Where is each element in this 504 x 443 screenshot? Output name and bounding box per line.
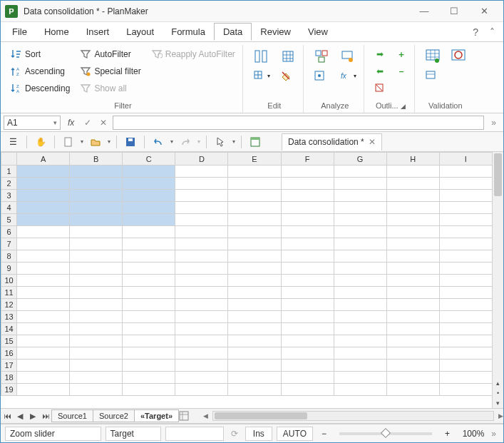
cell[interactable] [281, 202, 334, 214]
cell[interactable] [70, 190, 123, 202]
cell[interactable] [175, 263, 228, 275]
cell[interactable] [281, 384, 334, 396]
cell[interactable] [439, 190, 492, 202]
cell[interactable] [439, 347, 492, 360]
select-all-corner[interactable] [1, 153, 17, 166]
cell[interactable] [439, 323, 492, 335]
tab-next-button[interactable]: ▶ [26, 412, 39, 421]
pointer-tool-icon[interactable] [212, 134, 228, 150]
zoom-out-button[interactable]: − [317, 429, 331, 439]
cell[interactable] [439, 214, 492, 226]
row-header[interactable]: 1 [1, 166, 17, 178]
cell[interactable] [386, 202, 439, 214]
cell[interactable] [70, 226, 123, 238]
collapse-button[interactable]: － [393, 63, 410, 79]
name-box[interactable]: A1 ▾ [4, 116, 61, 130]
insert-mode[interactable]: Ins [245, 427, 272, 441]
cell[interactable] [228, 323, 281, 335]
expand-formula-bar-button[interactable]: » [487, 118, 500, 128]
cell[interactable] [228, 335, 281, 347]
cell[interactable] [175, 372, 228, 384]
scroll-up-icon[interactable]: ▴ [493, 378, 503, 388]
ribbon-collapse-button[interactable]: ˄ [484, 24, 500, 41]
cell[interactable] [281, 299, 334, 311]
cell[interactable] [123, 347, 175, 360]
cell[interactable] [334, 226, 386, 238]
cell[interactable] [334, 347, 386, 360]
cell[interactable] [386, 287, 439, 299]
cell[interactable] [17, 214, 70, 226]
sort-button[interactable]: Sort [8, 46, 73, 62]
menu-layout[interactable]: Layout [118, 24, 163, 40]
tab-prev-button[interactable]: ◀ [14, 412, 26, 421]
scroll-dot-icon[interactable]: • [493, 388, 503, 398]
column-header[interactable]: H [386, 153, 439, 166]
column-header[interactable]: D [175, 153, 228, 166]
expand-button[interactable]: ＋ [393, 46, 410, 62]
cell[interactable] [334, 372, 386, 384]
row-header[interactable]: 7 [1, 238, 17, 250]
sheet-icon[interactable] [247, 134, 263, 150]
zoom-expand-button[interactable]: » [488, 429, 499, 439]
dropdown-icon[interactable]: ▾ [53, 119, 57, 126]
cell[interactable] [228, 384, 281, 396]
cell[interactable] [334, 238, 386, 250]
cell[interactable] [17, 372, 70, 384]
cell[interactable] [281, 347, 334, 360]
ascending-button[interactable]: AZ Ascending [8, 63, 73, 79]
column-header[interactable]: B [70, 153, 123, 166]
cell[interactable] [123, 226, 175, 238]
cell[interactable] [175, 311, 228, 323]
cell[interactable] [228, 299, 281, 311]
cell[interactable] [123, 335, 175, 347]
undo-button[interactable] [150, 134, 166, 150]
cell[interactable] [334, 202, 386, 214]
cell[interactable] [175, 166, 228, 178]
cell[interactable] [175, 214, 228, 226]
text-to-columns-button[interactable] [250, 46, 273, 66]
close-button[interactable]: ✕ [469, 1, 499, 21]
tab-first-button[interactable]: ⏮ [1, 412, 14, 420]
cell[interactable] [123, 166, 175, 178]
cell[interactable] [281, 360, 334, 372]
cell[interactable] [439, 384, 492, 396]
cell[interactable] [70, 384, 123, 396]
row-header[interactable]: 11 [1, 287, 17, 299]
cell[interactable] [17, 190, 70, 202]
cell[interactable] [439, 335, 492, 347]
cell[interactable] [70, 202, 123, 214]
cell[interactable] [334, 299, 386, 311]
cell[interactable] [281, 311, 334, 323]
cell[interactable] [439, 202, 492, 214]
cell[interactable] [123, 178, 175, 190]
cell[interactable] [386, 323, 439, 335]
cell[interactable] [228, 166, 281, 178]
cell[interactable] [175, 250, 228, 263]
cell[interactable] [386, 178, 439, 190]
scenario-button[interactable] [336, 46, 359, 66]
cell[interactable] [386, 214, 439, 226]
cell[interactable] [17, 384, 70, 396]
cell[interactable] [17, 360, 70, 372]
column-header[interactable]: A [17, 153, 70, 166]
ungroup-button[interactable]: ⬅ [371, 63, 389, 79]
cell[interactable] [334, 263, 386, 275]
cell[interactable] [334, 275, 386, 287]
fx-label[interactable]: fx [63, 118, 78, 128]
cell[interactable] [70, 275, 123, 287]
vertical-scrollbar[interactable]: ▴ • ▾ [492, 152, 503, 408]
menu-icon[interactable]: ☰ [5, 134, 21, 150]
cell[interactable] [439, 166, 492, 178]
cell[interactable] [123, 372, 175, 384]
cell[interactable] [228, 372, 281, 384]
row-header[interactable]: 6 [1, 226, 17, 238]
cell[interactable] [228, 287, 281, 299]
goal-seek-button[interactable] [311, 68, 332, 83]
cell[interactable] [281, 226, 334, 238]
row-header[interactable]: 18 [1, 372, 17, 384]
cell[interactable] [123, 360, 175, 372]
remove-validation-button[interactable] [422, 68, 443, 83]
cell[interactable] [175, 275, 228, 287]
autofilter-button[interactable]: AutoFilter [77, 46, 143, 62]
cell[interactable] [334, 384, 386, 396]
